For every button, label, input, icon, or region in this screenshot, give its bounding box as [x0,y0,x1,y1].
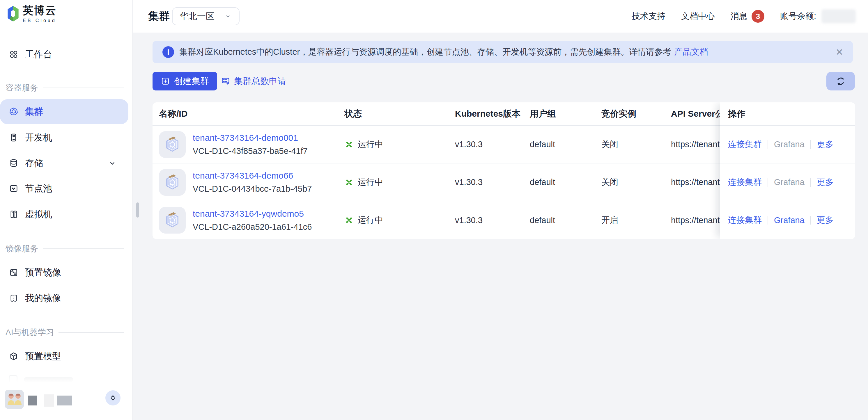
user-group: default [530,177,601,187]
sidebar-item-preset-images[interactable]: 预置镜像 [0,262,128,283]
info-icon: i [162,46,174,58]
section-label: 容器服务 [5,82,38,93]
banner-product-docs-link[interactable]: 产品文档 [674,46,708,58]
plus-square-icon [161,76,170,86]
action-divider [768,178,768,187]
page-title: 集群 [148,0,170,33]
sidebar-item-nodepool[interactable]: 节点池 [0,178,128,199]
cluster-hexagon-icon [159,131,186,158]
action-divider [768,216,768,225]
create-cluster-button[interactable]: 创建集群 [153,72,217,91]
username-redacted-block [44,394,54,407]
preset-image-icon [9,267,19,278]
info-banner: i 集群对应Kubernetes中的Cluster，是容器运行与资源调度的基础，… [153,41,853,63]
cluster-quota-request-link[interactable]: 集群总数申请 [221,72,286,91]
sidebar-item-cluster[interactable]: 集群 [0,99,128,124]
sidebar-item-devmachine[interactable]: 开发机 [0,127,128,148]
actions-fixed-column: 操作 连接集群 Grafana 更多 连接集群 Grafana 更多 连接集群 … [720,102,855,239]
sidebar-section-container: 容器服务 [5,81,124,95]
status-text: 运行中 [358,214,383,226]
action-divider [768,140,768,149]
more-actions-link[interactable]: 更多 [817,176,834,188]
topbar: 集群 华北一区 技术支持 文档中心 消息 3 账号余额: [133,0,868,33]
section-divider [43,88,124,88]
status-text: 运行中 [358,139,383,150]
cluster-hexagon-icon [159,169,186,196]
sidebar-item-label: 我的镜像 [25,292,61,304]
support-link[interactable]: 技术支持 [632,10,665,22]
grafana-link[interactable]: Grafana [774,177,805,187]
col-header-status: 状态 [344,108,455,120]
more-actions-link[interactable]: 更多 [817,139,834,150]
chevron-down-icon [107,158,117,168]
sidebar-scrollbar-thumb[interactable] [136,202,139,218]
status-cell: 运行中 [344,139,455,150]
brand-logo: 英博云 EB Cloud [7,5,57,23]
brand-subtitle: EB Cloud [23,18,57,23]
section-divider [59,332,124,333]
messages-link[interactable]: 消息 3 [731,10,764,23]
cluster-hexagon-icon [159,207,186,233]
balance-label: 账号余额: [780,10,816,22]
create-cluster-label: 创建集群 [174,75,209,87]
sidebar-bottom-fade [0,363,132,389]
cube-icon [9,351,19,361]
sidebar-item-label: 虚拟机 [25,208,52,221]
sidebar-section-container: AI与机器学习 [5,325,124,340]
grafana-link[interactable]: Grafana [774,140,805,149]
cluster-name-link[interactable]: tenant-37343164-demo66 [193,171,312,181]
docs-link[interactable]: 文档中心 [681,10,715,22]
account-switcher-button[interactable] [105,390,121,406]
sidebar-item-label: 集群 [25,105,43,118]
region-selector[interactable]: 华北一区 [172,7,240,25]
sidebar-item-vm[interactable]: 虚拟机 [0,204,128,225]
action-divider [810,216,811,225]
k8s-version: v1.30.3 [455,177,530,187]
cluster-quota-request-label: 集群总数申请 [234,75,286,87]
sidebar-item-label: 预置模型 [25,350,61,362]
cluster-name-link[interactable]: tenant-37343164-demo001 [193,133,308,143]
col-header-spot-instance: 竞价实例 [601,108,671,120]
more-actions-link[interactable]: 更多 [817,214,834,226]
chevron-down-icon [224,12,232,20]
cluster-name-cell: tenant-37343164-yqwdemo5 VCL-D1C-a260a52… [159,207,344,233]
username-redacted-block [28,395,37,406]
running-pinwheel-icon [344,140,354,149]
dev-machine-icon [9,133,19,142]
cluster-name-cell: tenant-37343164-demo001 VCL-D1C-43f85a37… [159,131,344,158]
balance-value-redacted [822,9,856,23]
status-text: 运行中 [358,176,383,188]
running-pinwheel-icon [344,178,354,187]
node-pool-icon [9,184,19,193]
connect-cluster-link[interactable]: 连接集群 [728,214,762,226]
sidebar-item-my-images[interactable]: 我的镜像 [0,287,128,309]
topbar-right: 技术支持 文档中心 消息 3 账号余额: [632,0,856,33]
brand-name: 英博云 [23,5,57,16]
app-window: 集群 华北一区 技术支持 文档中心 消息 3 账号余额: [0,0,868,420]
section-divider [43,248,124,249]
spot-instance-state: 关闭 [601,139,671,150]
refresh-icon [835,76,846,87]
logo-icon [7,5,19,22]
sidebar-item-workbench[interactable]: 工作台 [0,44,128,65]
kubernetes-icon [9,107,19,117]
avatar[interactable] [5,390,24,409]
col-header-actions: 操作 [720,102,855,126]
cluster-id: VCL-D1C-04434bce-7a1b-45b7 [193,184,312,194]
actions-rows: 连接集群 Grafana 更多 连接集群 Grafana 更多 连接集群 Gra… [720,126,855,239]
sidebar-item-label: 节点池 [25,182,52,195]
grafana-link[interactable]: Grafana [774,216,805,225]
cluster-name-link[interactable]: tenant-37343164-yqwdemo5 [193,209,312,219]
connect-cluster-link[interactable]: 连接集群 [728,176,762,188]
refresh-button[interactable] [826,72,855,91]
connect-cluster-link[interactable]: 连接集群 [728,139,762,150]
cluster-id: VCL-D1C-a260a520-1a61-41c6 [193,222,312,232]
status-cell: 运行中 [344,214,455,226]
account-balance: 账号余额: [780,9,856,23]
section-label: AI与机器学习 [5,327,54,338]
sidebar-item-label: 存储 [25,157,43,169]
col-header-k8s-version: Kubernetes版本 [455,108,530,120]
sidebar-item-storage[interactable]: 存储 [0,153,128,174]
banner-close-icon[interactable]: × [836,46,843,58]
region-selector-value: 华北一区 [180,10,215,22]
